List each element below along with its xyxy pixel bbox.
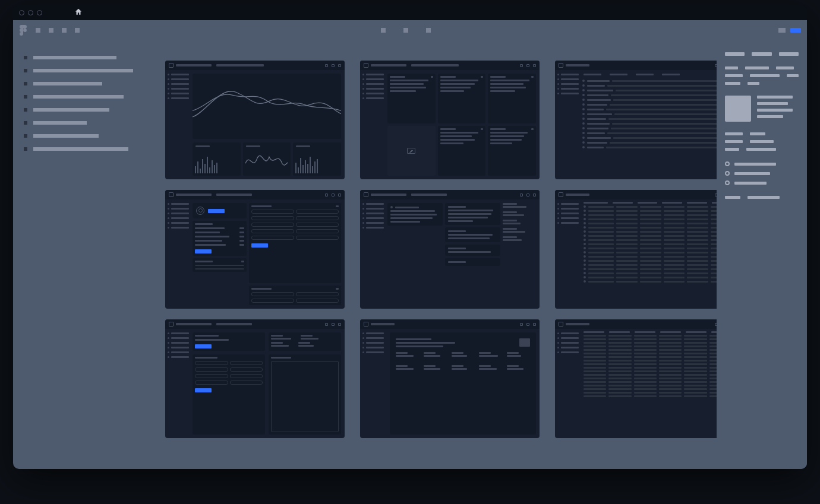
nav-item[interactable] — [557, 213, 579, 214]
nav-item[interactable] — [362, 347, 384, 348]
layer-item[interactable] — [24, 134, 140, 138]
input[interactable] — [296, 216, 339, 220]
prop-h[interactable] — [750, 74, 780, 77]
stat-card[interactable] — [488, 126, 536, 176]
avatar-icon[interactable] — [533, 323, 536, 326]
nav-item[interactable] — [362, 203, 384, 205]
input[interactable] — [230, 374, 263, 378]
input[interactable] — [251, 229, 294, 233]
tab-design[interactable] — [725, 52, 745, 56]
stat-card[interactable] — [438, 126, 486, 176]
nav-item[interactable] — [168, 342, 189, 344]
nav-item[interactable] — [362, 222, 384, 224]
prop-radius[interactable] — [725, 82, 740, 85]
stat-card[interactable] — [438, 74, 486, 123]
avatar-icon[interactable] — [533, 194, 536, 196]
nav-item[interactable] — [557, 83, 579, 85]
nav-item[interactable] — [362, 213, 384, 214]
layer-item[interactable] — [24, 121, 140, 125]
table-row[interactable] — [584, 226, 717, 229]
nav-item[interactable] — [362, 351, 384, 353]
table-row[interactable] — [584, 338, 717, 340]
nav-item[interactable] — [362, 97, 384, 99]
home-icon[interactable] — [74, 8, 83, 18]
nav-item[interactable] — [168, 93, 189, 94]
table-row[interactable] — [584, 218, 717, 220]
nav-item[interactable] — [557, 222, 579, 224]
share-button[interactable] — [790, 28, 801, 33]
list-item[interactable] — [582, 141, 717, 144]
avatar-icon[interactable] — [338, 323, 341, 326]
frame-report-view[interactable] — [360, 319, 540, 438]
action-icon[interactable] — [526, 323, 529, 326]
list-item[interactable] — [582, 146, 717, 148]
nav-item[interactable] — [557, 208, 579, 210]
action-icon[interactable] — [325, 194, 328, 196]
table-row[interactable] — [584, 255, 717, 258]
nav-item[interactable] — [168, 88, 189, 90]
follow-button[interactable] — [208, 209, 225, 213]
layer-item[interactable] — [24, 69, 140, 72]
list-item[interactable] — [582, 80, 717, 82]
action-icon[interactable] — [325, 64, 328, 67]
image-card[interactable] — [387, 126, 436, 176]
constraint-option[interactable] — [725, 180, 799, 185]
layer-item[interactable] — [24, 82, 140, 85]
tool-move[interactable] — [36, 28, 40, 33]
nav-item[interactable] — [168, 78, 189, 80]
zoom-indicator[interactable] — [778, 28, 786, 33]
input[interactable] — [195, 381, 228, 385]
prop-y[interactable] — [745, 66, 769, 69]
traffic-light-close[interactable] — [19, 10, 24, 15]
table-row[interactable] — [584, 222, 717, 224]
table-row[interactable] — [584, 214, 717, 216]
table-row[interactable] — [584, 259, 717, 262]
input[interactable] — [195, 367, 228, 372]
layer-item[interactable] — [24, 56, 140, 59]
layer-item[interactable] — [24, 108, 140, 112]
frame-form-view[interactable] — [165, 319, 345, 438]
nav-item[interactable] — [362, 227, 384, 229]
tab-2[interactable] — [403, 28, 408, 33]
table-row[interactable] — [584, 360, 717, 362]
input[interactable] — [195, 374, 228, 378]
input[interactable] — [251, 299, 294, 303]
table-row[interactable] — [584, 268, 717, 270]
nav-item[interactable] — [362, 337, 384, 339]
table-row[interactable] — [584, 370, 717, 372]
list-item[interactable] — [582, 94, 717, 96]
table-row[interactable] — [584, 374, 717, 376]
table-row[interactable] — [584, 363, 717, 365]
nav-item[interactable] — [168, 97, 189, 99]
table-row[interactable] — [584, 247, 717, 249]
table-row[interactable] — [584, 230, 717, 233]
nav-item[interactable] — [557, 78, 579, 80]
layer-item[interactable] — [24, 95, 140, 99]
frame-profile-edit[interactable] — [165, 190, 345, 309]
input[interactable] — [230, 367, 263, 372]
table-row[interactable] — [584, 367, 717, 369]
input[interactable] — [251, 292, 294, 296]
layer-item[interactable] — [24, 147, 140, 151]
nav-item[interactable] — [168, 74, 189, 75]
nav-item[interactable] — [557, 351, 579, 353]
table-row[interactable] — [584, 251, 717, 253]
table-row[interactable] — [584, 345, 717, 347]
avatar-icon[interactable] — [338, 194, 341, 196]
input[interactable] — [296, 299, 339, 303]
nav-item[interactable] — [557, 337, 579, 339]
table-row[interactable] — [584, 385, 717, 386]
table-row[interactable] — [584, 210, 717, 212]
frame-table-view-1[interactable] — [555, 190, 717, 309]
table-row[interactable] — [584, 395, 717, 397]
nav-item[interactable] — [168, 332, 189, 334]
list-item[interactable] — [582, 89, 717, 91]
frame-dashboard-charts[interactable] — [165, 61, 345, 179]
input[interactable] — [251, 210, 294, 214]
table-row[interactable] — [584, 342, 717, 344]
input[interactable] — [195, 361, 228, 365]
figma-logo-icon[interactable] — [19, 25, 27, 36]
nav-item[interactable] — [362, 93, 384, 94]
input[interactable] — [296, 229, 339, 233]
table-row[interactable] — [584, 243, 717, 245]
